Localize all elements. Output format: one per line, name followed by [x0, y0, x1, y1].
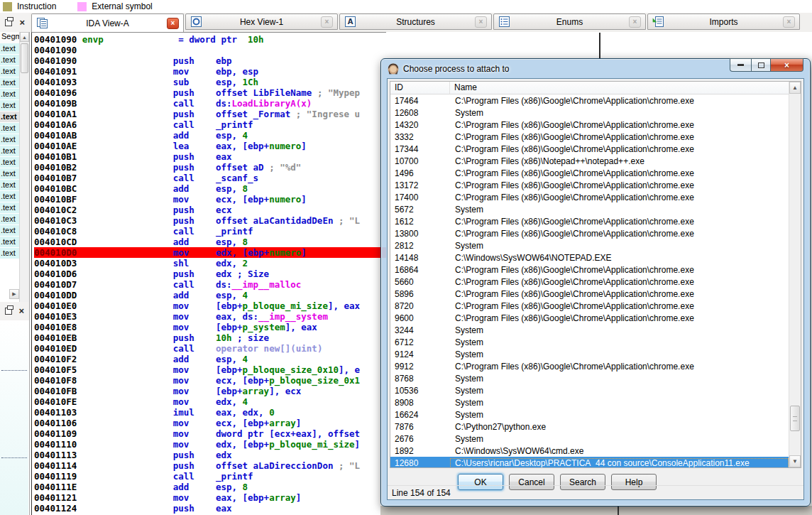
close-button[interactable]: ×: [771, 58, 803, 72]
asm-line[interactable]: 00401103 imul eax, edx, 0: [34, 407, 386, 418]
process-row[interactable]: 5896C:\Program Files (x86)\Google\Chrome…: [390, 288, 789, 300]
process-row[interactable]: 5672System: [390, 203, 789, 215]
segment-item[interactable]: .text: [0, 168, 19, 180]
segment-item[interactable]: .text: [0, 100, 19, 112]
scrollbar-thumb[interactable]: [790, 406, 800, 431]
segment-item[interactable]: .text: [0, 157, 19, 168]
process-row[interactable]: 1892C:\Windows\SysWOW64\cmd.exe: [390, 445, 789, 457]
process-row[interactable]: 17344C:\Program Files (x86)\Google\Chrom…: [390, 143, 789, 155]
process-row[interactable]: 10700C:\Program Files (x86)\Notepad++\no…: [390, 155, 789, 167]
process-list-scrollbar[interactable]: ▲ ▼: [789, 82, 801, 467]
process-row[interactable]: 9600C:\Program Files (x86)\Google\Chrome…: [390, 312, 789, 324]
asm-line[interactable]: 00401109 mov dword ptr [ecx+eax], offset: [34, 428, 386, 439]
tab-close-icon[interactable]: ×: [629, 16, 641, 28]
column-header-name[interactable]: Name: [450, 82, 789, 94]
asm-line[interactable]: 004010B2 push offset aD ; "%d": [34, 162, 386, 173]
asm-line[interactable]: 00401090 envp = dword ptr 10h: [34, 34, 386, 45]
dialog-titlebar[interactable]: Choose process to attach to ×: [381, 59, 810, 78]
process-row[interactable]: 8720C:\Program Files (x86)\Google\Chrome…: [390, 300, 789, 312]
process-row[interactable]: 16624System: [390, 408, 789, 421]
tab-structures[interactable]: AStructures×: [339, 13, 492, 30]
segments-column-header[interactable]: Segments: [0, 32, 20, 44]
tab-close-icon[interactable]: ×: [167, 18, 179, 29]
process-row[interactable]: 3244System: [390, 324, 789, 336]
process-row[interactable]: 6712System: [390, 336, 789, 348]
asm-line[interactable]: 004010BF mov ecx, [ebp+numero]: [34, 194, 386, 205]
asm-line[interactable]: 00401113 push edx: [34, 450, 386, 460]
asm-line[interactable]: 00401090: [34, 45, 386, 55]
column-header-id[interactable]: ID: [390, 82, 450, 94]
close-panel-icon[interactable]: ×: [19, 19, 25, 26]
segment-item[interactable]: .text: [0, 248, 19, 259]
asm-line[interactable]: 004010D7 call ds:__imp__malloc: [34, 279, 386, 290]
overview-canvas[interactable]: [0, 320, 28, 515]
asm-line[interactable]: 004010E8 mov [ebp+p_system], eax: [34, 322, 386, 332]
process-row[interactable]: 2812System: [390, 239, 789, 251]
segment-item[interactable]: .text: [0, 191, 19, 202]
asm-line[interactable]: 004010BC add esp, 8: [34, 183, 386, 194]
process-row-selected[interactable]: 12680C:\Users\ricnar\Desktop\PRACTICA_44…: [390, 457, 789, 467]
asm-line[interactable]: 004010FE mov edx, 4: [34, 396, 386, 407]
asm-line[interactable]: 004010CD add esp, 8: [34, 237, 386, 247]
segment-item[interactable]: .text: [0, 202, 19, 214]
process-row[interactable]: 16864C:\Program Files (x86)\Google\Chrom…: [390, 264, 789, 276]
tab-imports[interactable]: Imports×: [647, 13, 800, 30]
tab-close-icon[interactable]: ×: [321, 16, 333, 28]
scroll-down-icon[interactable]: ▼: [789, 455, 801, 467]
segment-item[interactable]: .text: [0, 146, 19, 157]
process-row[interactable]: 2676System: [390, 433, 789, 445]
process-row[interactable]: 9912C:\Program Files (x86)\Google\Chrome…: [390, 360, 789, 372]
process-row[interactable]: 1496C:\Program Files (x86)\Google\Chrome…: [390, 167, 789, 179]
asm-line[interactable]: 004010F5 mov [ebp+p_bloque_size_0x10], e: [34, 364, 386, 375]
process-row[interactable]: 8908System: [390, 396, 789, 408]
float-window-icon[interactable]: [5, 308, 12, 315]
segment-item[interactable]: .text: [0, 237, 19, 248]
segment-item[interactable]: .text: [0, 66, 19, 77]
maximize-button[interactable]: [751, 58, 771, 72]
process-row[interactable]: 17464C:\Program Files (x86)\Google\Chrom…: [390, 94, 789, 107]
float-window-icon[interactable]: [5, 19, 12, 26]
asm-line[interactable]: 00401106 mov ecx, [ebp+array]: [34, 418, 386, 428]
asm-line[interactable]: 00401124 push eax: [34, 503, 386, 514]
process-row[interactable]: 12608System: [390, 107, 789, 119]
asm-line[interactable]: 00401114 push offset aLaDireccionDon ; "…: [34, 460, 386, 471]
process-row[interactable]: 8768System: [390, 372, 789, 384]
asm-line[interactable]: 004010A6 call _printf: [34, 119, 386, 130]
segments-scrollbar[interactable]: ▲: [19, 32, 29, 302]
asm-line[interactable]: 00401119 call _printf: [34, 471, 386, 482]
tab-close-icon[interactable]: ×: [475, 16, 487, 28]
asm-line[interactable]: 004010C3 push offset aLaCantidadDeEn ; "…: [34, 215, 386, 226]
scroll-up-icon[interactable]: ▲: [789, 82, 801, 94]
segment-item[interactable]: .text: [0, 77, 19, 89]
close-panel-icon[interactable]: ×: [18, 308, 24, 315]
process-row[interactable]: 14320C:\Program Files (x86)\Google\Chrom…: [390, 119, 789, 131]
process-row[interactable]: 13800C:\Program Files (x86)\Google\Chrom…: [390, 227, 789, 239]
asm-line[interactable]: 004010ED call operator new[](uint): [34, 343, 386, 354]
asm-line[interactable]: 00401093 sub esp, 1Ch: [34, 77, 386, 87]
asm-line[interactable]: 004010F8 mov ecx, [ebp+p_bloque_size_0x1: [34, 375, 386, 386]
process-row[interactable]: 3332C:\Program Files (x86)\Google\Chrome…: [390, 131, 789, 143]
segment-item[interactable]: .text: [0, 180, 19, 191]
segment-item[interactable]: .text: [0, 214, 19, 225]
segment-item[interactable]: .text: [0, 123, 19, 134]
asm-line[interactable]: 004010D3 shl edx, 2: [34, 258, 386, 269]
minimize-button[interactable]: [730, 58, 751, 72]
asm-line[interactable]: 004010AE lea eax, [ebp+numero]: [34, 141, 386, 151]
asm-line[interactable]: 004010AB add esp, 4: [34, 130, 386, 141]
asm-line-highlighted[interactable]: 004010D0 mov edx, [ebp+numero]: [34, 247, 386, 258]
asm-line[interactable]: 004010E3 mov eax, ds:__imp__system: [34, 311, 386, 322]
segment-item[interactable]: .text: [0, 112, 19, 123]
scroll-right-icon[interactable]: ▶: [9, 289, 19, 299]
asm-line[interactable]: 0040111E add esp, 8: [34, 482, 386, 492]
asm-line[interactable]: 00401110 mov edx, [ebp+p_bloque_mi_size]: [34, 439, 386, 450]
asm-line[interactable]: 004010F2 add esp, 4: [34, 354, 386, 364]
asm-line[interactable]: 004010B7 call _scanf_s: [34, 173, 386, 183]
tab-enums[interactable]: Enums×: [493, 13, 646, 30]
process-row[interactable]: 17400C:\Program Files (x86)\Google\Chrom…: [390, 191, 789, 203]
asm-line[interactable]: 004010EB push 10h ; size: [34, 332, 386, 343]
asm-line[interactable]: 004010FB mov [ebp+array], ecx: [34, 386, 386, 396]
segment-item[interactable]: .text: [0, 43, 19, 55]
asm-line[interactable]: 00401096 push offset LibFileName ; "Mype…: [34, 87, 386, 98]
process-row[interactable]: 1612C:\Program Files (x86)\Google\Chrome…: [390, 215, 789, 227]
process-row[interactable]: 7876C:\Python27\python.exe: [390, 421, 789, 433]
